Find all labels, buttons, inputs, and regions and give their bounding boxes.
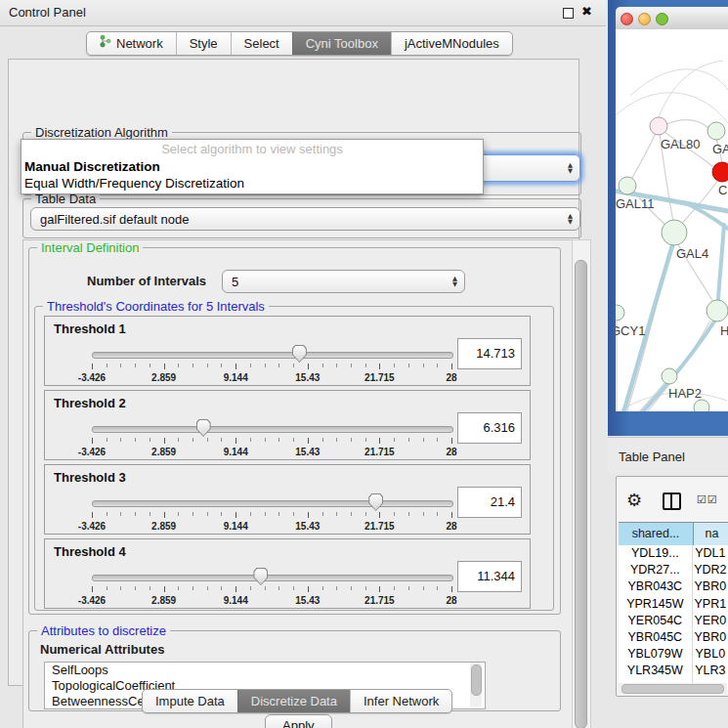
dropdown-placeholder-item[interactable]: Select algorithm to view settings xyxy=(21,140,483,158)
horizontal-scrollbar[interactable] xyxy=(619,683,727,694)
table-data-combobox[interactable]: galFiltered.sif default node ▲▼ xyxy=(30,207,580,231)
table-row[interactable]: YBL079WYBL0 xyxy=(619,646,728,663)
table-column-header[interactable]: shared... xyxy=(619,523,693,545)
slider-tick xyxy=(236,586,236,592)
slider-tick xyxy=(150,438,150,442)
slider-thumb[interactable] xyxy=(368,493,383,511)
close-icon[interactable]: ✖ xyxy=(581,4,592,19)
scrollbar-thumb[interactable] xyxy=(621,684,724,694)
select-checkboxes-icon[interactable]: ☑☑ xyxy=(697,493,718,506)
slider-track[interactable] xyxy=(92,500,453,507)
tab-infer-network[interactable]: Infer Network xyxy=(350,690,451,712)
tab-jactivemnodules[interactable]: jActiveMNodules xyxy=(391,32,512,55)
num-intervals-combobox[interactable]: 5 ▲▼ xyxy=(222,270,465,293)
network-node-gal80[interactable] xyxy=(650,117,667,135)
tab-impute-data[interactable]: Impute Data xyxy=(143,690,237,712)
slider-tick-label: 2.859 xyxy=(151,372,176,383)
slider-tick xyxy=(293,586,294,590)
threshold-slider[interactable]: -3.4262.8599.14415.4321.71528 xyxy=(92,492,451,532)
slider-tick xyxy=(293,364,294,367)
slider-tick xyxy=(207,512,208,516)
slider-thumb[interactable] xyxy=(253,568,268,585)
close-traffic-light-icon[interactable] xyxy=(621,13,633,25)
slider-thumb[interactable] xyxy=(196,419,211,437)
network-node-gal11[interactable] xyxy=(619,177,636,194)
numerical-attributes-label: Numerical Attributes xyxy=(40,642,164,657)
table-row[interactable]: YLR345WYLR3 xyxy=(619,663,728,679)
network-canvas[interactable]: GAL80GACGAL11GAL4GCY1HHAP2 xyxy=(616,29,728,411)
columns-icon[interactable] xyxy=(663,492,681,510)
minimize-traffic-light-icon[interactable] xyxy=(638,13,651,25)
threshold-slider[interactable]: -3.4262.8599.14415.4321.71528 xyxy=(92,344,451,383)
apply-button[interactable]: Apply xyxy=(265,714,332,728)
dropdown-option-manual[interactable]: Manual Discretization xyxy=(21,158,483,175)
slider-track[interactable] xyxy=(92,575,453,581)
node-label: H xyxy=(720,323,728,338)
gear-icon[interactable]: ⚙ xyxy=(626,490,642,510)
network-node-c[interactable] xyxy=(712,162,728,182)
tab-cyni-toolbox[interactable]: Cyni Toolbox xyxy=(292,32,391,55)
threshold-value-field[interactable]: 6.316 xyxy=(457,412,522,444)
network-node-gal4[interactable] xyxy=(662,220,687,245)
threshold-value-field[interactable]: 21.4 xyxy=(457,487,522,518)
threshold-value-field[interactable]: 11.344 xyxy=(457,561,522,592)
slider-tick xyxy=(379,586,380,592)
tab-style[interactable]: Style xyxy=(176,32,231,55)
slider-tick xyxy=(120,586,121,590)
table-row[interactable]: YPR145WYPR1 xyxy=(619,596,728,613)
slider-tick xyxy=(423,586,424,590)
slider-tick xyxy=(135,512,136,516)
table-cell: YER054C xyxy=(619,613,692,629)
table-row[interactable]: YDR27...YDR2 xyxy=(619,562,728,578)
table-row[interactable]: YDL19...YDL1 xyxy=(619,545,728,562)
table-row[interactable]: YBR043CYBR0 xyxy=(619,578,728,595)
slider-tick xyxy=(437,364,438,367)
network-node-h[interactable] xyxy=(707,300,728,321)
threshold-label: Threshold 4 xyxy=(54,544,126,559)
scrollbar-thumb[interactable] xyxy=(471,664,482,696)
slider-tick xyxy=(120,438,121,442)
slider-tick xyxy=(423,364,424,367)
network-node-hap2[interactable] xyxy=(662,368,677,384)
node-label: GA xyxy=(712,142,728,156)
float-window-icon[interactable] xyxy=(563,8,574,19)
slider-tick xyxy=(164,438,165,444)
slider-tick-label: 28 xyxy=(446,595,456,606)
table-cell: YDR2 xyxy=(692,562,728,578)
slider-tick xyxy=(135,586,136,590)
threshold-value-field[interactable]: 14.713 xyxy=(457,338,522,369)
table-column-header[interactable]: na xyxy=(693,523,728,545)
network-node-ga[interactable] xyxy=(707,122,725,140)
slider-tick-label: 21.715 xyxy=(364,447,395,457)
interval-definition-label: Interval Definition xyxy=(37,240,143,255)
threshold-label: Threshold 2 xyxy=(54,396,126,410)
dropdown-option-equal-width[interactable]: Equal Width/Frequency Discretization xyxy=(21,175,483,192)
slider-tick xyxy=(379,364,380,369)
threshold-slider[interactable]: -3.4262.8599.14415.4321.71528 xyxy=(92,418,451,457)
slider-tick xyxy=(336,512,337,516)
tab-select[interactable]: Select xyxy=(231,32,292,55)
zoom-traffic-light-icon[interactable] xyxy=(656,13,668,25)
slider-track[interactable] xyxy=(92,426,453,433)
slider-tick-label: 21.715 xyxy=(364,521,395,532)
network-node[interactable] xyxy=(694,400,709,411)
tab-network[interactable]: Network xyxy=(87,32,176,55)
combo-stepper-icon: ▲▼ xyxy=(452,276,457,287)
vertical-scrollbar[interactable] xyxy=(572,239,591,728)
tab-label: Impute Data xyxy=(155,691,225,712)
tab-discretize-data[interactable]: Discretize Data xyxy=(237,690,350,712)
attributes-list-scrollbar[interactable] xyxy=(470,663,482,707)
threshold-slider[interactable]: -3.4262.8599.14415.4321.71528 xyxy=(92,567,451,606)
slider-tick xyxy=(336,438,337,442)
threshold-label: Threshold 3 xyxy=(54,470,126,485)
slider-thumb[interactable] xyxy=(292,345,307,363)
attribute-list-item[interactable]: SelfLoops xyxy=(45,663,485,678)
network-node-gcy1[interactable] xyxy=(616,305,624,321)
slider-tick-label: 9.144 xyxy=(224,521,248,532)
slider-track[interactable] xyxy=(92,352,453,359)
table-row[interactable]: YER054CYER0 xyxy=(619,613,728,629)
table-row[interactable]: YBR045CYBR0 xyxy=(619,629,728,646)
slider-tick xyxy=(92,438,93,444)
scrollbar-thumb[interactable] xyxy=(575,260,587,728)
slider-tick xyxy=(293,512,294,516)
